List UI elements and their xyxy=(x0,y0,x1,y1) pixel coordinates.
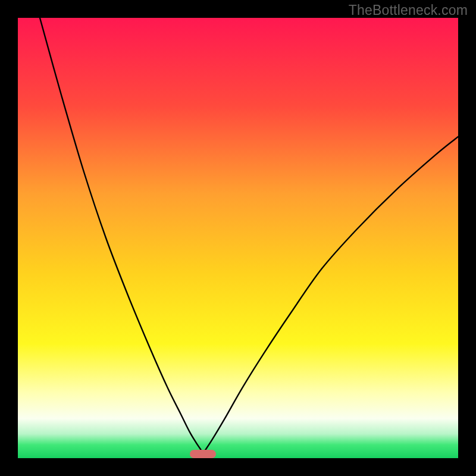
bottleneck-curve-left xyxy=(40,18,203,454)
optimal-point-marker xyxy=(190,450,216,458)
plot-area xyxy=(18,18,458,458)
chart-frame: TheBottleneck.com xyxy=(0,0,476,476)
bottleneck-curve-right xyxy=(203,137,458,454)
watermark-text: TheBottleneck.com xyxy=(349,2,468,18)
curves-layer xyxy=(18,18,458,458)
